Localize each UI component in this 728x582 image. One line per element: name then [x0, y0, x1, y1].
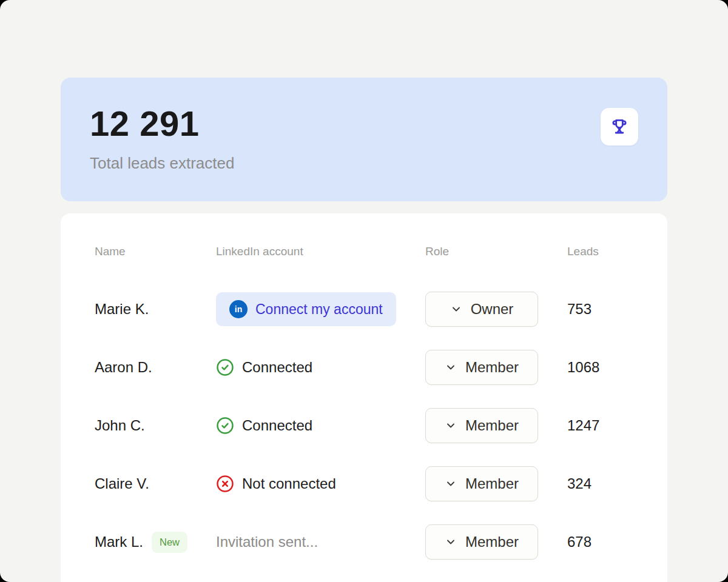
role-value: Member	[465, 417, 519, 434]
connected-check-icon	[216, 358, 234, 376]
table-row: Aaron D. Connected Member 1068	[95, 338, 633, 396]
app-canvas: 12 291 Total leads extracted Name Linked…	[0, 0, 728, 582]
linkedin-status-label: Connected	[242, 359, 312, 376]
member-name: Aaron D.	[95, 359, 152, 376]
chevron-down-icon	[445, 536, 457, 548]
chevron-down-icon	[445, 420, 457, 432]
role-dropdown[interactable]: Member	[425, 408, 538, 443]
role-dropdown[interactable]: Member	[425, 524, 538, 560]
connect-account-label: Connect my account	[255, 301, 383, 318]
chevron-down-icon	[445, 361, 457, 373]
column-header-linkedin: LinkedIn account	[216, 245, 425, 258]
linkedin-cell: Connected	[216, 416, 425, 435]
leads-count: 324	[567, 475, 633, 492]
leads-count: 1068	[567, 359, 633, 376]
leads-count: 678	[567, 534, 633, 550]
connect-account-button[interactable]: in Connect my account	[216, 292, 396, 326]
new-badge: New	[152, 532, 187, 553]
name-cell: Claire V.	[95, 475, 216, 492]
trophy-icon	[610, 117, 629, 136]
table-row: John C. Connected Member 1247	[95, 396, 633, 455]
team-table-card: Name LinkedIn account Role Leads Marie K…	[61, 213, 667, 582]
leads-count: 1247	[567, 417, 633, 434]
linkedin-status-label: Invitation sent...	[216, 534, 318, 550]
linkedin-cell: in Connect my account	[216, 292, 425, 326]
connected-check-icon	[216, 416, 234, 435]
linkedin-cell: Not connected	[216, 475, 425, 493]
name-cell: Marie K.	[95, 301, 216, 318]
role-cell: Owner	[425, 292, 567, 327]
role-value: Member	[465, 359, 519, 376]
role-cell: Member	[425, 524, 567, 560]
role-dropdown[interactable]: Member	[425, 466, 538, 501]
role-dropdown[interactable]: Member	[425, 350, 538, 385]
trophy-button[interactable]	[601, 108, 638, 146]
member-name: Claire V.	[95, 475, 149, 492]
name-cell: John C.	[95, 417, 216, 434]
role-value: Member	[465, 475, 519, 492]
role-dropdown[interactable]: Owner	[425, 292, 538, 327]
member-name: John C.	[95, 417, 145, 434]
role-cell: Member	[425, 466, 567, 501]
chevron-down-icon	[450, 303, 462, 315]
linkedin-status-label: Connected	[242, 417, 312, 434]
name-cell: Aaron D.	[95, 359, 216, 376]
column-header-leads: Leads	[567, 245, 633, 258]
table-row: Claire V. Not connected Member 324	[95, 455, 633, 513]
column-header-name: Name	[95, 245, 216, 258]
table-header-row: Name LinkedIn account Role Leads	[95, 245, 633, 258]
member-name: Marie K.	[95, 301, 149, 318]
column-header-role: Role	[425, 245, 567, 258]
role-value: Owner	[471, 301, 514, 318]
linkedin-cell: Connected	[216, 358, 425, 376]
linkedin-cell: Invitation sent...	[216, 534, 425, 550]
chevron-down-icon	[445, 478, 457, 490]
linkedin-icon: in	[229, 300, 248, 318]
role-cell: Member	[425, 408, 567, 443]
role-value: Member	[465, 534, 519, 550]
name-cell: Mark L. New	[95, 532, 216, 553]
total-leads-value: 12 291	[90, 103, 199, 144]
total-leads-banner: 12 291 Total leads extracted	[61, 78, 667, 201]
table-row: Mark L. New Invitation sent... Member 67…	[95, 513, 633, 571]
not-connected-x-icon	[216, 475, 234, 493]
role-cell: Member	[425, 350, 567, 385]
linkedin-status-label: Not connected	[242, 475, 336, 492]
leads-count: 753	[567, 301, 633, 318]
total-leads-label: Total leads extracted	[90, 154, 234, 173]
member-name: Mark L.	[95, 534, 143, 550]
table-row: Marie K. in Connect my account Owner 753	[95, 280, 633, 338]
